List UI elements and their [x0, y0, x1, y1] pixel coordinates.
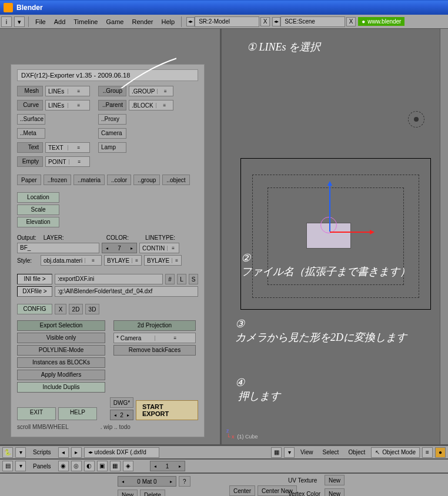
proxy-btn[interactable]: ..Proxy — [98, 114, 126, 125]
exit-button[interactable]: EXIT — [17, 407, 56, 420]
frozen-btn[interactable]: ..frozen — [44, 175, 71, 185]
l-btn[interactable]: L — [177, 274, 186, 284]
mat-assign-btn[interactable]: ? — [179, 476, 190, 487]
prev-icon[interactable]: ◂ — [58, 447, 69, 458]
menu-help[interactable]: Help — [158, 18, 179, 25]
mat-new-btn[interactable]: New — [118, 490, 138, 496]
style-dropdown[interactable]: obj.data.materi≡ — [41, 255, 102, 266]
menu-render[interactable]: Render — [128, 18, 157, 25]
s-btn[interactable]: S — [189, 274, 198, 284]
color-value[interactable]: 7 — [109, 245, 129, 252]
scale-btn[interactable]: Scale — [17, 205, 59, 215]
mesh-dropdown[interactable]: LINEs≡ — [45, 86, 90, 96]
screen-selector[interactable]: SR:2-Model — [195, 16, 259, 27]
empty-dropdown[interactable]: POINT≡ — [45, 156, 90, 167]
script-dropdown[interactable]: ◂▸utodesk DXF (.dxf/d — [84, 447, 159, 458]
start-export-button[interactable]: START EXPORT — [136, 400, 198, 420]
scene-close[interactable]: X — [346, 17, 356, 26]
visible-only-btn[interactable]: Visible only — [17, 333, 105, 343]
include-duplis-btn[interactable]: Include Duplis — [17, 382, 105, 393]
shading-dropdown[interactable]: ≡ — [422, 447, 433, 458]
object-btn[interactable]: ..object — [162, 175, 189, 185]
mat-index[interactable]: 0 Mat 0 — [125, 478, 169, 485]
help-button[interactable]: HELP — [58, 407, 97, 420]
text-dropdown[interactable]: TEXT≡ — [45, 142, 90, 153]
2d-projection-btn[interactable]: 2d Projection — [113, 320, 196, 331]
uv-new-btn[interactable]: New — [325, 475, 345, 485]
ini-file-button[interactable]: INI file > — [17, 274, 52, 284]
shading-icon[interactable]: ● — [435, 447, 446, 458]
color-btn[interactable]: ..color — [107, 175, 131, 185]
hash-btn[interactable]: # — [165, 274, 175, 284]
mat-delete-btn[interactable]: Delete — [140, 490, 165, 496]
panels-menu[interactable]: Panels — [28, 463, 56, 470]
surface-btn[interactable]: ..Surface — [17, 114, 45, 125]
select-menu[interactable]: Select — [319, 449, 343, 455]
scene-selector[interactable]: SCE:Scene — [280, 16, 345, 27]
center-btn[interactable]: Center — [229, 485, 255, 496]
paper-btn[interactable]: Paper — [17, 175, 41, 185]
z-axis-gizmo[interactable] — [329, 182, 330, 232]
view-menu[interactable]: View — [297, 449, 317, 455]
bylayer2-dropdown[interactable]: BYLAYE≡ — [144, 255, 182, 266]
lamp-btn[interactable]: Lamp — [98, 142, 126, 153]
3d-button[interactable]: 3D — [85, 304, 99, 314]
group-dropdown[interactable]: .GROUP≡ — [129, 86, 173, 96]
group-btn[interactable]: ..group — [133, 175, 160, 185]
frame-number[interactable]: 1 — [158, 463, 178, 470]
context-script-icon[interactable]: ◎ — [71, 461, 82, 471]
ini-file-input[interactable]: :exportDXF.ini — [55, 274, 163, 284]
remove-backfaces-btn[interactable]: Remove backFaces — [113, 345, 196, 356]
collapse-icon[interactable]: ▾ — [15, 461, 26, 471]
curve-dropdown[interactable]: LINEs≡ — [45, 100, 90, 110]
scene-prev[interactable]: ◂▸ — [272, 17, 280, 26]
collapse-icon[interactable]: ▾ — [15, 447, 26, 458]
dxf-file-button[interactable]: DXFfile > — [17, 286, 52, 297]
parent-dropdown[interactable]: .BLOCK≡ — [129, 100, 173, 110]
view3d-type-icon[interactable]: ▦ — [271, 447, 282, 458]
2d-button[interactable]: 2D — [69, 304, 83, 314]
url-link[interactable]: ●www.blender — [358, 17, 404, 26]
menu-add[interactable]: Add — [50, 18, 70, 25]
context-logic-icon[interactable]: ◉ — [58, 461, 69, 471]
context-scene-icon[interactable]: ◈ — [123, 461, 133, 471]
3d-viewport[interactable]: z └ x (1) Cube — [222, 29, 448, 444]
meta-btn[interactable]: ..Meta — [17, 128, 45, 139]
location-btn[interactable]: Location — [17, 192, 59, 203]
menu-file[interactable]: File — [31, 18, 50, 25]
export-selection-btn[interactable]: Export Selection — [17, 320, 105, 331]
elevation-btn[interactable]: Elevation — [17, 217, 59, 227]
lamp-object[interactable] — [408, 111, 424, 128]
info-icon[interactable]: i — [1, 16, 12, 27]
x-button[interactable]: X — [55, 304, 66, 314]
screen-prev[interactable]: ◂▸ — [186, 17, 195, 26]
context-object-icon[interactable]: ▣ — [97, 461, 108, 471]
object-menu[interactable]: Object — [345, 449, 369, 455]
camera-btn[interactable]: Camera — [98, 128, 126, 139]
next-icon[interactable]: ▸ — [71, 447, 82, 458]
dxf-file-input[interactable]: :g:\All\BlenderFolder\test_dxf_04.dxf — [55, 286, 198, 297]
context-shading-icon[interactable]: ◐ — [84, 461, 95, 471]
scripts-menu[interactable]: Scripts — [28, 449, 56, 455]
dwg-toggle[interactable]: DWG* — [110, 397, 133, 408]
dwg-num[interactable]: 2 — [118, 412, 126, 418]
config-button[interactable]: CONFIG — [17, 304, 52, 314]
camera-projection-dropdown[interactable]: * Camera≡ — [113, 333, 196, 343]
menu-game[interactable]: Game — [102, 18, 128, 25]
materia-btn[interactable]: ..materia — [73, 175, 105, 185]
layer-prefix-input[interactable]: BF_ — [17, 243, 99, 253]
instances-blocks-btn[interactable]: Instances as BLOCKs — [17, 357, 105, 368]
linetype-dropdown[interactable]: CONTIN≡ — [139, 243, 179, 253]
polyline-mode-btn[interactable]: POLYLINE-Mode — [17, 345, 105, 356]
screen-close[interactable]: X — [260, 17, 270, 26]
apply-modifiers-btn[interactable]: Apply Modifiers — [17, 370, 105, 380]
bylayer1-dropdown[interactable]: BYLAYE≡ — [104, 255, 142, 266]
viewport-scrollbar[interactable] — [440, 29, 448, 444]
x-axis-gizmo[interactable] — [330, 232, 373, 233]
editor-type-icon[interactable]: 🐍 — [2, 447, 13, 458]
collapse-icon[interactable]: ▾ — [14, 16, 25, 27]
buttons-type-icon[interactable]: ▤ — [2, 461, 13, 471]
collapse-icon[interactable]: ▾ — [284, 447, 295, 458]
mode-dropdown[interactable]: ↖Object Mode — [371, 447, 420, 458]
vc-new-btn[interactable]: New — [325, 488, 345, 496]
